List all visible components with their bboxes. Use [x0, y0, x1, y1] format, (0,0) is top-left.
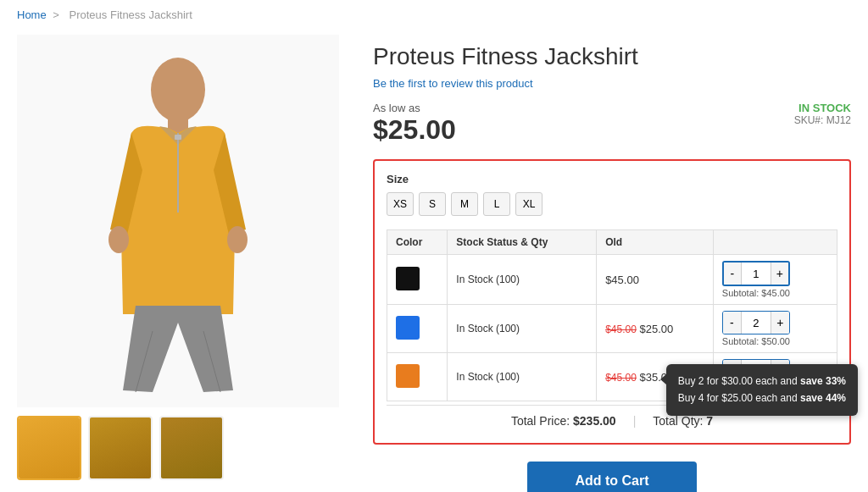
- svg-point-5: [227, 226, 248, 253]
- color-swatch: [396, 316, 420, 340]
- svg-rect-3: [175, 135, 181, 140]
- qty-increase-button[interactable]: +: [771, 312, 789, 334]
- qty-control: -+: [722, 311, 790, 334]
- thumbnail-list: [17, 416, 339, 480]
- product-image-svg: [68, 43, 288, 399]
- breadcrumb-separator: >: [53, 8, 59, 21]
- qty-control: -+: [722, 261, 790, 286]
- size-m[interactable]: M: [451, 192, 478, 216]
- old-price: $45.00: [605, 372, 637, 384]
- sku-label: SKU#:: [794, 114, 824, 126]
- main-product-image: [17, 35, 339, 407]
- qty-cell: -+Subtotal: $45.00: [713, 255, 837, 305]
- old-price-cell: $45.00 $25.00: [597, 305, 714, 353]
- price: $45.00: [605, 274, 639, 286]
- tooltip-line2-prefix: Buy 4 for $25.00 each and: [678, 392, 800, 404]
- color-swatch: [396, 267, 420, 290]
- qty-input[interactable]: [741, 312, 771, 334]
- color-cell: [387, 353, 448, 401]
- options-box: Buy 2 for $30.00 each and save 33% Buy 4…: [373, 159, 851, 445]
- product-price: $25.00: [373, 114, 456, 146]
- total-price-value: $235.00: [573, 414, 616, 428]
- qty-decrease-button[interactable]: -: [723, 312, 741, 334]
- add-to-cart-button[interactable]: Add to Cart: [527, 462, 697, 492]
- price-row: As low as $25.00 IN STOCK SKU#: MJ12: [373, 102, 851, 146]
- svg-point-0: [151, 58, 205, 122]
- stock-section: IN STOCK SKU#: MJ12: [794, 102, 851, 126]
- thumbnail-2[interactable]: [88, 416, 153, 480]
- subtotal: Subtotal: $45.00: [722, 288, 828, 298]
- product-info-section: Proteus Fitness Jackshirt Be the first t…: [373, 35, 851, 492]
- color-cell: [387, 255, 448, 305]
- svg-point-4: [108, 226, 129, 253]
- tooltip-line1-prefix: Buy 2 for $30.00 each and: [678, 375, 800, 387]
- as-low-as-label: As low as: [373, 102, 456, 114]
- breadcrumb: Home > Proteus Fitness Jackshirt: [17, 8, 851, 21]
- thumbnail-1[interactable]: [17, 416, 81, 480]
- subtotal: Subtotal: $50.00: [722, 336, 828, 346]
- col-header-old-price: Old: [597, 230, 714, 255]
- table-row: In Stock (100)$45.00-+Subtotal: $45.00: [387, 255, 837, 305]
- tooltip-line1-bold: save 33%: [800, 375, 846, 387]
- total-qty-value: 7: [706, 414, 713, 428]
- size-label: Size: [387, 173, 837, 185]
- size-buttons: XS S M L XL: [387, 192, 837, 216]
- color-cell: [387, 305, 448, 353]
- qty-increase-button[interactable]: +: [771, 263, 788, 285]
- price-section: As low as $25.00: [373, 102, 456, 146]
- tooltip-line2-bold: save 44%: [800, 392, 846, 404]
- sku: SKU#: MJ12: [794, 114, 851, 126]
- col-header-stock: Stock Status & Qty: [448, 230, 597, 255]
- size-s[interactable]: S: [419, 192, 446, 216]
- col-header-qty: [713, 230, 837, 255]
- thumbnail-3[interactable]: [159, 416, 224, 480]
- tooltip-line1: Buy 2 for $30.00 each and save 33%: [678, 373, 846, 390]
- product-images-section: [17, 35, 339, 480]
- product-title: Proteus Fitness Jackshirt: [373, 43, 851, 70]
- size-xs[interactable]: XS: [387, 192, 414, 216]
- color-swatch: [396, 364, 420, 388]
- table-row: In Stock (100)$45.00 $25.00-+Subtotal: $…: [387, 305, 837, 353]
- old-price-cell: $45.00: [597, 255, 714, 305]
- size-l[interactable]: L: [483, 192, 510, 216]
- breadcrumb-current: Proteus Fitness Jackshirt: [70, 8, 192, 21]
- old-price: $45.00: [605, 323, 637, 335]
- tooltip-box: Buy 2 for $30.00 each and save 33% Buy 4…: [666, 364, 858, 416]
- qty-decrease-button[interactable]: -: [724, 263, 741, 285]
- qty-input[interactable]: [741, 263, 771, 285]
- total-qty-label: Total Qty: 7: [653, 414, 713, 428]
- tooltip-line2: Buy 4 for $25.00 each and save 44%: [678, 390, 846, 406]
- breadcrumb-home-link[interactable]: Home: [17, 8, 47, 21]
- review-link[interactable]: Be the first to review this product: [373, 77, 851, 90]
- stock-cell: In Stock (100): [448, 305, 597, 353]
- col-header-color: Color: [387, 230, 448, 255]
- qty-cell: -+Subtotal: $50.00: [713, 305, 837, 353]
- total-price-label: Total Price: $235.00: [511, 414, 616, 428]
- new-price: $25.00: [637, 323, 673, 335]
- size-xl[interactable]: XL: [515, 192, 542, 216]
- stock-status: IN STOCK: [794, 102, 851, 114]
- stock-cell: In Stock (100): [448, 353, 597, 401]
- stock-cell: In Stock (100): [448, 255, 597, 305]
- sku-value: MJ12: [826, 114, 851, 126]
